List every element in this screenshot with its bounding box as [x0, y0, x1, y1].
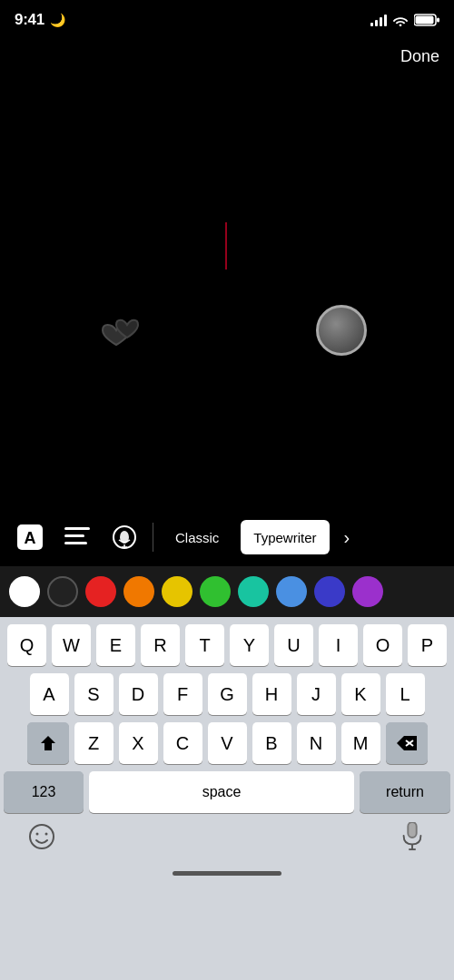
key-s[interactable]: S: [74, 673, 114, 715]
keyboard: Q W E R T Y U I O P A S D F G H J K L: [0, 617, 454, 980]
svg-point-14: [30, 825, 54, 848]
key-d[interactable]: D: [119, 673, 158, 715]
color-black[interactable]: [47, 576, 78, 607]
svg-rect-5: [64, 527, 90, 530]
color-indigo[interactable]: [314, 576, 345, 607]
status-bar: 9:41 🌙: [0, 0, 454, 40]
svg-rect-1: [416, 16, 434, 24]
signal-icon: [370, 14, 387, 26]
voice-button[interactable]: [105, 518, 143, 556]
key-k[interactable]: K: [341, 673, 380, 715]
key-e[interactable]: E: [96, 624, 135, 666]
status-time: 9:41: [15, 11, 44, 29]
color-teal[interactable]: [238, 576, 269, 607]
key-row-4: 123 space return: [4, 771, 450, 813]
circle-element[interactable]: [316, 305, 367, 356]
space-key[interactable]: space: [89, 771, 354, 813]
home-bar: [173, 871, 281, 876]
color-orange[interactable]: [123, 576, 154, 607]
key-j[interactable]: J: [297, 673, 336, 715]
color-yellow[interactable]: [162, 576, 192, 607]
key-r[interactable]: R: [141, 624, 180, 666]
key-x[interactable]: X: [119, 722, 158, 764]
canvas-area: [0, 0, 454, 508]
shift-key[interactable]: [27, 722, 69, 764]
color-red[interactable]: [85, 576, 116, 607]
key-row-2: A S D F G H J K L: [4, 673, 450, 715]
key-v[interactable]: V: [208, 722, 247, 764]
key-p[interactable]: P: [408, 624, 447, 666]
battery-icon: [414, 14, 439, 26]
key-o[interactable]: O: [363, 624, 402, 666]
classic-style-button[interactable]: Classic: [163, 520, 232, 554]
svg-text:A: A: [25, 529, 36, 547]
key-f[interactable]: F: [163, 673, 202, 715]
color-white[interactable]: [9, 576, 40, 607]
key-m[interactable]: M: [341, 722, 380, 764]
status-icons: [370, 14, 439, 26]
done-button[interactable]: Done: [400, 47, 439, 66]
svg-rect-7: [64, 542, 87, 544]
toolbar-separator: [153, 523, 153, 552]
key-l[interactable]: L: [386, 673, 425, 715]
key-z[interactable]: Z: [74, 722, 114, 764]
svg-point-16: [45, 833, 48, 836]
emoji-button[interactable]: [22, 820, 62, 853]
key-w[interactable]: W: [52, 624, 91, 666]
moon-icon: 🌙: [50, 13, 65, 27]
hearts-sticker[interactable]: [98, 305, 153, 350]
svg-point-15: [36, 833, 39, 836]
key-t[interactable]: T: [185, 624, 224, 666]
text-cursor: [225, 222, 227, 270]
key-u[interactable]: U: [274, 624, 313, 666]
home-indicator: [0, 860, 454, 886]
key-c[interactable]: C: [163, 722, 202, 764]
key-n[interactable]: N: [297, 722, 336, 764]
align-button[interactable]: [58, 518, 96, 556]
key-a[interactable]: A: [30, 673, 69, 715]
wifi-icon: [392, 14, 409, 26]
key-y[interactable]: Y: [230, 624, 269, 666]
return-key[interactable]: return: [360, 771, 450, 813]
color-picker-row: [0, 566, 454, 617]
key-h[interactable]: H: [252, 673, 291, 715]
color-blue[interactable]: [276, 576, 307, 607]
key-row-1: Q W E R T Y U I O P: [4, 624, 450, 666]
svg-rect-2: [437, 18, 439, 23]
key-b[interactable]: B: [252, 722, 291, 764]
toolbar-strip: A Classic Typewriter ›: [0, 508, 454, 566]
key-q[interactable]: Q: [7, 624, 46, 666]
more-styles-button[interactable]: ›: [339, 527, 356, 548]
key-rows: Q W E R T Y U I O P A S D F G H J K L: [0, 617, 454, 817]
color-purple[interactable]: [352, 576, 383, 607]
bottom-bar: [0, 817, 454, 860]
key-g[interactable]: G: [208, 673, 247, 715]
key-i[interactable]: I: [319, 624, 358, 666]
typewriter-style-button[interactable]: Typewriter: [241, 520, 329, 554]
numbers-key[interactable]: 123: [4, 771, 84, 813]
svg-rect-6: [64, 534, 84, 537]
svg-rect-17: [408, 822, 416, 838]
delete-key[interactable]: [386, 722, 428, 764]
mic-button[interactable]: [392, 820, 432, 853]
color-green[interactable]: [200, 576, 231, 607]
font-button[interactable]: A: [11, 518, 49, 556]
key-row-3: Z X C V B N M: [4, 722, 450, 764]
